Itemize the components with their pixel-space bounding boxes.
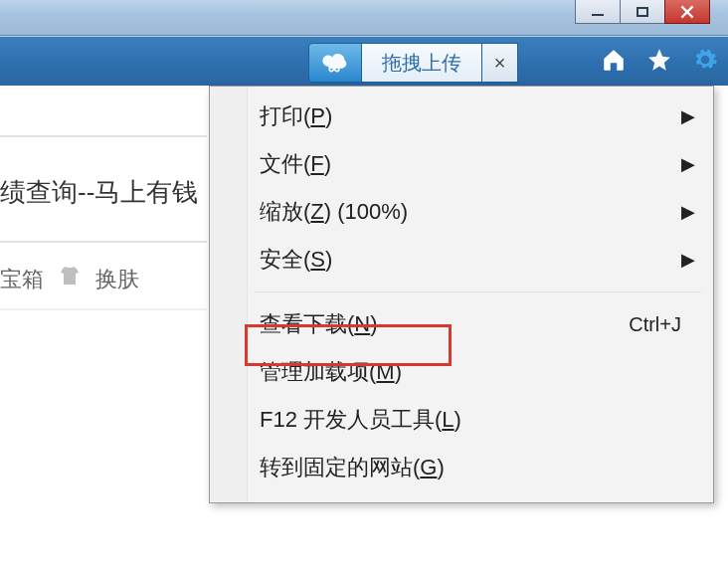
browser-tabbar: 拖拽上传 × [0, 36, 728, 86]
page-content-left: 绩查询--马上有钱 宝箱 换肤 [0, 86, 207, 575]
menu-item-label: 管理加载项(M) [260, 357, 402, 387]
window-maximize-button[interactable] [620, 0, 665, 24]
extension-button[interactable] [308, 43, 362, 83]
menu-item-security[interactable]: 安全(S) ▶ [210, 236, 713, 284]
page-title: 绩查询--马上有钱 [0, 175, 198, 210]
star-icon[interactable] [646, 47, 672, 73]
menu-item-view-downloads[interactable]: 查看下载(N) Ctrl+J [210, 300, 713, 348]
menu-item-f12-devtools[interactable]: F12 开发人员工具(L) [210, 396, 713, 444]
menu-item-label: 安全(S) [260, 245, 332, 275]
submenu-arrow-icon: ▶ [681, 249, 695, 271]
window-minimize-button[interactable] [575, 0, 621, 24]
toolbar-item-treasure[interactable]: 宝箱 [0, 265, 44, 294]
tab-strip: 拖拽上传 × [308, 43, 518, 83]
menu-items: 打印(P) ▶ 文件(F) ▶ 缩放(Z) (100%) ▶ 安全(S) ▶ 查… [210, 93, 713, 502]
menu-item-print[interactable]: 打印(P) ▶ [210, 93, 713, 140]
toolbar-item-skin[interactable]: 换肤 [95, 265, 139, 294]
close-icon [680, 5, 694, 19]
window-controls [576, 0, 710, 24]
separator [0, 241, 207, 243]
submenu-arrow-icon: ▶ [681, 105, 695, 127]
gear-icon[interactable] [692, 47, 718, 73]
menu-item-label: 打印(P) [260, 101, 332, 131]
tools-menu: 打印(P) ▶ 文件(F) ▶ 缩放(Z) (100%) ▶ 安全(S) ▶ 查… [209, 86, 714, 503]
close-icon: × [494, 52, 506, 75]
menu-separator [254, 291, 701, 292]
menu-item-label: 查看下载(N) [260, 309, 378, 339]
tab-close-button[interactable]: × [482, 43, 518, 83]
separator [0, 135, 207, 137]
home-icon[interactable] [601, 47, 627, 73]
tshirt-icon [58, 265, 82, 294]
tab-label: 拖拽上传 [382, 50, 461, 77]
submenu-arrow-icon: ▶ [681, 201, 695, 223]
cloud-infinity-icon [320, 48, 350, 78]
menu-item-zoom[interactable]: 缩放(Z) (100%) ▶ [210, 188, 713, 236]
menu-item-pinned-sites[interactable]: 转到固定的网站(G) [210, 444, 713, 491]
menu-item-label: 转到固定的网站(G) [260, 453, 445, 482]
tab-upload[interactable]: 拖拽上传 [362, 43, 482, 83]
page-toolbar: 宝箱 换肤 [0, 265, 139, 294]
menu-item-label: 缩放(Z) (100%) [260, 197, 408, 227]
menu-item-label: 文件(F) [260, 149, 331, 179]
toolbar-right-icons [601, 47, 718, 73]
menu-item-file[interactable]: 文件(F) ▶ [210, 140, 713, 188]
separator [0, 308, 207, 310]
submenu-arrow-icon: ▶ [681, 153, 695, 175]
window-close-button[interactable] [664, 0, 710, 24]
menu-item-shortcut: Ctrl+J [629, 313, 681, 336]
window-titlebar [0, 0, 728, 36]
menu-item-manage-addons[interactable]: 管理加载项(M) [210, 348, 713, 396]
menu-item-label: F12 开发人员工具(L) [260, 405, 461, 435]
